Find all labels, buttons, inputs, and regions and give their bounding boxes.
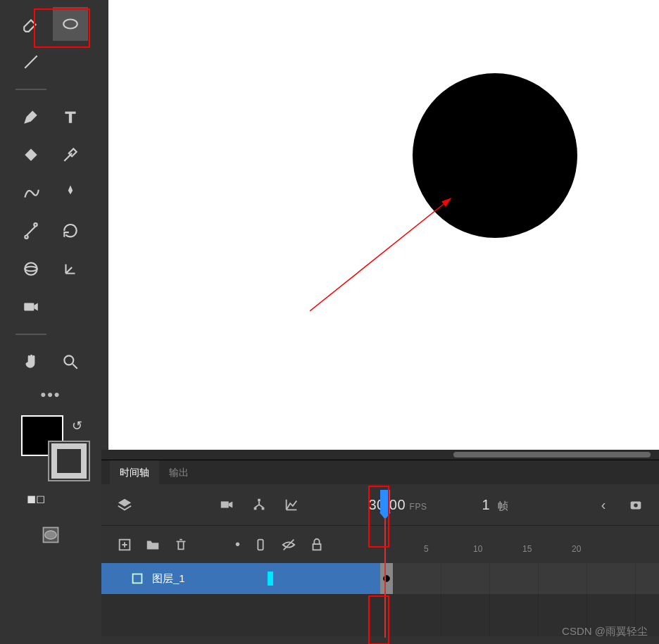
layer-name: 图层_1 xyxy=(152,572,185,586)
tab-output[interactable]: 输出 xyxy=(159,460,199,484)
svg-point-8 xyxy=(45,531,56,539)
ruler-tick: 5 xyxy=(424,544,429,554)
trash-icon[interactable] xyxy=(173,537,189,553)
text-tool[interactable] xyxy=(53,100,88,134)
lock-icon[interactable] xyxy=(309,537,325,553)
curve-tool[interactable] xyxy=(13,176,49,210)
eraser-tool[interactable] xyxy=(13,7,49,41)
layer-row[interactable]: 图层_1 xyxy=(101,563,659,594)
svg-rect-13 xyxy=(262,507,265,510)
layer-type-icon xyxy=(130,571,145,586)
svg-rect-19 xyxy=(313,544,321,550)
svg-point-3 xyxy=(25,267,37,272)
stage[interactable] xyxy=(108,0,659,460)
bone-tool[interactable] xyxy=(13,214,49,248)
tab-timeline[interactable]: 时间轴 xyxy=(110,460,159,484)
camera-icon[interactable] xyxy=(219,497,234,512)
layer-color-chip xyxy=(268,572,273,586)
svg-point-0 xyxy=(63,20,77,29)
folder-icon[interactable] xyxy=(145,537,161,553)
link-icon[interactable] xyxy=(251,497,267,512)
pin-tool[interactable] xyxy=(53,176,88,210)
svg-line-6 xyxy=(73,364,77,369)
ruler-tick: 10 xyxy=(473,544,482,554)
visibility-icon[interactable] xyxy=(281,537,296,553)
device-icon[interactable] xyxy=(253,537,268,553)
annotation-box-keyframe xyxy=(368,595,389,644)
svg-rect-10 xyxy=(221,501,229,507)
refresh-tool[interactable] xyxy=(53,214,88,248)
ellipse-tool[interactable] xyxy=(53,7,88,41)
chevron-left-icon[interactable]: ‹ xyxy=(596,497,611,512)
svg-line-9 xyxy=(310,198,451,311)
globe-tool[interactable] xyxy=(13,252,49,286)
snapshot-icon[interactable] xyxy=(628,497,644,512)
layer-track[interactable] xyxy=(393,563,659,594)
svg-rect-4 xyxy=(24,303,34,311)
shape-preview-icon[interactable] xyxy=(37,521,65,549)
new-layer-icon[interactable] xyxy=(117,537,132,553)
svg-rect-12 xyxy=(254,507,257,510)
hand-tool[interactable] xyxy=(13,345,49,379)
annotation-box-playhead xyxy=(368,486,389,548)
svg-point-15 xyxy=(634,503,638,507)
keyframe-dot-icon xyxy=(383,575,390,582)
ruler-tick: 20 xyxy=(572,544,581,554)
timeline-panel: 时间轴 输出 30.00 FPS 1 帧 ‹ xyxy=(101,460,659,644)
more-tools-icon[interactable]: ••• xyxy=(40,386,61,404)
stroke-swatch[interactable] xyxy=(48,441,90,481)
svg-point-2 xyxy=(25,263,37,274)
svg-rect-20 xyxy=(133,574,142,583)
graph-icon[interactable] xyxy=(284,497,299,512)
panel-tabs: 时间轴 输出 xyxy=(101,460,659,484)
svg-rect-17 xyxy=(258,539,263,550)
eyedropper-tool[interactable] xyxy=(53,138,88,172)
svg-rect-11 xyxy=(258,499,261,502)
ruler-tick: 15 xyxy=(522,544,532,554)
canvas-area xyxy=(101,0,659,460)
horizontal-scrollbar[interactable] xyxy=(101,450,659,460)
layers-icon[interactable] xyxy=(117,497,132,512)
axis-tool[interactable] xyxy=(53,252,88,286)
watermark: CSDN @雨翼轻尘 xyxy=(562,625,648,638)
toolbar: ••• ↺ ◼◻ xyxy=(0,0,101,644)
line-tool[interactable] xyxy=(13,45,49,79)
svg-point-5 xyxy=(64,355,73,365)
color-swatches[interactable]: ↺ ◼◻ xyxy=(15,415,86,486)
camera-tool[interactable] xyxy=(13,290,49,324)
drawn-circle[interactable] xyxy=(413,73,577,238)
frame-ruler[interactable]: 5 10 15 20 xyxy=(376,540,659,561)
svg-line-18 xyxy=(284,539,294,550)
keyframe-cell[interactable] xyxy=(380,563,393,594)
frame-display[interactable]: 1 帧 xyxy=(482,497,508,513)
zoom-tool[interactable] xyxy=(53,345,88,379)
dot-icon[interactable]: • xyxy=(235,536,240,553)
paint-bucket-tool[interactable] xyxy=(13,138,49,172)
pen-tool[interactable] xyxy=(13,100,49,134)
swap-colors-icon[interactable]: ↺ xyxy=(72,418,82,434)
svg-line-1 xyxy=(25,56,37,68)
default-colors-icon[interactable]: ◼◻ xyxy=(27,492,45,505)
